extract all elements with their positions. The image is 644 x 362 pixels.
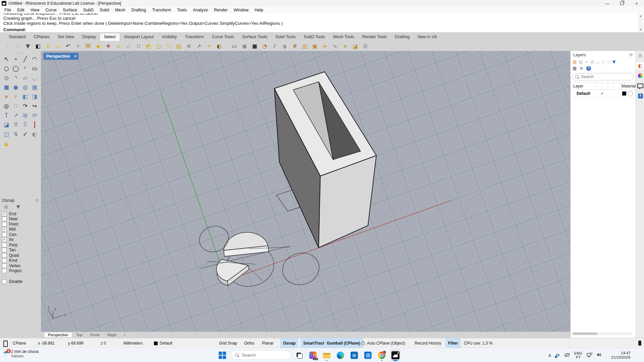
select-point-clouds-icon[interactable]: ∷ [133, 42, 144, 50]
select-clipping-planes-icon[interactable]: ◹ [164, 42, 174, 50]
ribbon-tab-drafting[interactable]: Drafting [391, 33, 414, 41]
viewport-tab-perspective[interactable]: Perspective [44, 333, 72, 337]
ribbon-tab-surface-tools[interactable]: Surface Tools [238, 33, 271, 41]
invert-selection-icon[interactable]: ◧ [33, 42, 43, 50]
split-edge-icon[interactable]: ┃ [30, 120, 39, 129]
box-icon[interactable]: ■ [2, 82, 11, 92]
ribbon-tab-set-view[interactable]: Set View [54, 33, 78, 41]
status-auto-cplane-object-[interactable]: Auto CPlane (Object) [362, 338, 405, 348]
fillet-curve-icon[interactable]: ◝ [11, 73, 20, 82]
status-y-68-699[interactable]: y 68.699 [68, 338, 84, 348]
help-icon[interactable]: ? [586, 66, 591, 71]
viewport-title-dropdown[interactable]: Perspective ▼ [44, 53, 78, 60]
ribbon-tab-standard[interactable]: Standard [5, 33, 30, 41]
tab-help-icon[interactable]: ? [637, 93, 644, 99]
menu-mesh[interactable]: Mesh [112, 7, 128, 13]
layers-search-box[interactable] [573, 73, 634, 80]
select-keys-icon[interactable]: ∗ [340, 42, 350, 50]
menu-drafting[interactable]: Drafting [128, 7, 149, 13]
panel-toggle-icon[interactable] [638, 341, 641, 346]
surface-grid-icon[interactable]: ▦ [30, 82, 39, 92]
table-view-icon[interactable]: ▦ [573, 66, 577, 71]
privacy-eye-icon[interactable] [564, 353, 570, 358]
chevron-down-icon[interactable]: ▼ [72, 53, 78, 59]
select-solids-icon[interactable]: ◩ [144, 42, 154, 50]
select-lights-icon[interactable]: ☀ [73, 42, 83, 50]
osnap-item-cen[interactable]: Cen [0, 232, 41, 237]
ribbon-tab-cplanes[interactable]: CPlanes [30, 33, 54, 41]
arc-icon[interactable]: ◜ [20, 64, 30, 73]
new-layer-icon[interactable]: ▧ [573, 59, 577, 64]
restore-button[interactable] [614, 0, 629, 7]
app-rhino[interactable]: 8 [390, 349, 401, 362]
menu-surface[interactable]: Surface [60, 7, 80, 13]
checkbox-end[interactable]: ✓ [2, 212, 7, 216]
ribbon-tab-visibility[interactable]: Visibility [158, 33, 181, 41]
osnap-item-perp[interactable]: Perp [0, 242, 41, 248]
tab-layers-icon[interactable]: ◧ [636, 62, 644, 69]
move-icon[interactable]: ↗ [11, 111, 20, 120]
duplicate-layer-icon[interactable]: ⊞ [591, 59, 594, 64]
checkbox-quad[interactable] [2, 253, 7, 258]
osnap-gear-icon[interactable]: ⚙ [35, 198, 39, 203]
menu-edit[interactable]: Edit [14, 7, 28, 13]
select-lasso-icon[interactable]: ∿ [330, 42, 340, 50]
status-cpu-use-1-3-[interactable]: CPU use: 1.3 % [464, 338, 492, 348]
select-boundary-icon[interactable]: ▣ [310, 42, 320, 50]
select-points-icon[interactable]: ∵ [3, 42, 13, 50]
menu-transform[interactable]: Transform [149, 7, 174, 13]
select-surfaces-icon[interactable]: ▰ [113, 42, 123, 50]
polygon-icon[interactable]: ◇ [2, 73, 11, 82]
ribbon-tab-new-in-v8[interactable]: New in V8 [414, 33, 441, 41]
volume-icon[interactable] [597, 353, 602, 358]
checkbox-mid[interactable]: ✓ [2, 227, 7, 232]
select-by-color-icon[interactable]: ❖ [103, 42, 113, 50]
split-icon[interactable]: ◨ [30, 92, 39, 101]
select-polysurfaces-icon[interactable]: ◆ [93, 42, 103, 50]
menu-curve[interactable]: Curve [43, 7, 60, 13]
checkbox-perp[interactable] [2, 243, 7, 247]
blast-icon[interactable]: ⚡ [11, 92, 20, 101]
osnap-filter-tab-icon[interactable]: ▼ [16, 204, 20, 209]
move-up-icon[interactable]: △ [596, 59, 599, 64]
osnap-item-mid[interactable]: ✓Mid [0, 227, 41, 232]
ellipse-icon[interactable]: ◯ [11, 64, 20, 73]
text-tool-icon[interactable]: T [2, 111, 11, 120]
status-filter[interactable]: Filter [445, 338, 461, 348]
brush-select-icon[interactable]: / [270, 42, 280, 50]
select-dots-icon[interactable]: ◔ [260, 42, 270, 50]
select-cursor-icon[interactable]: ↖ [2, 54, 11, 64]
surface-3pt-icon[interactable]: ▱ [20, 73, 30, 82]
selection-filter-icon[interactable]: ▼ [23, 42, 33, 50]
select-sphere-icon[interactable]: ● [239, 42, 250, 50]
viewport-toggle-icon[interactable] [3, 341, 8, 347]
network-icon[interactable] [587, 353, 592, 358]
zoom-select-icon[interactable]: ϙ [280, 42, 290, 50]
curve-boolean-icon[interactable]: ◎ [2, 101, 11, 111]
tab-display-icon[interactable] [637, 72, 644, 79]
osnap-item-knot[interactable]: Knot [0, 258, 41, 263]
menu-file[interactable]: File [1, 7, 14, 13]
rebuild-curve-icon[interactable]: ↷ [20, 101, 30, 111]
move-down-icon[interactable]: ▽ [601, 59, 605, 64]
osnap-item-vertex[interactable]: Vertex [0, 263, 41, 268]
layer-material-icon[interactable] [628, 91, 633, 96]
undo-selection-icon[interactable]: ↶ [63, 42, 73, 50]
checkbox-int[interactable]: ✓ [2, 237, 7, 242]
ribbon-tab-transform[interactable]: Transform [181, 33, 208, 41]
layer-name[interactable]: Default [571, 91, 599, 96]
layer-color-swatch[interactable] [622, 92, 626, 96]
status-millimeters[interactable]: Millimeters [123, 338, 143, 348]
checkbox-tan[interactable] [2, 248, 7, 252]
menu-analyze[interactable]: Analyze [190, 7, 211, 13]
status-gumball-cplane-[interactable]: Gumball (CPlane) [324, 338, 363, 348]
scroll-up-icon[interactable]: ▲ [639, 14, 642, 17]
menu-window[interactable]: Window [231, 7, 252, 13]
status-default[interactable]: Default [154, 338, 172, 348]
array-icon[interactable]: ⠿ [20, 120, 30, 129]
clock[interactable]: 14:47 21/10/2025 [606, 351, 631, 360]
cylinder-icon[interactable]: ◍ [20, 82, 30, 92]
select-handles-icon[interactable]: ↗ [194, 42, 204, 50]
app-outlook[interactable]: O [363, 349, 373, 362]
check-tool-icon[interactable]: ✓ [20, 129, 30, 139]
